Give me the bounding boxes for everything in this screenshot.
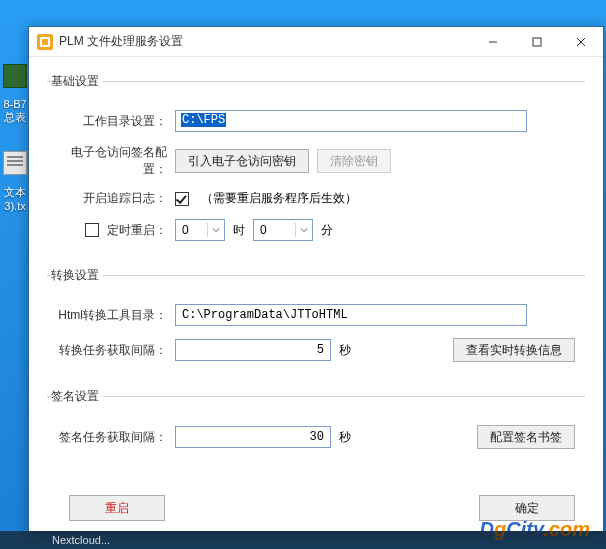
chevron-down-icon	[207, 223, 220, 237]
group-sign-legend: 签名设置	[51, 388, 103, 405]
app-icon	[37, 34, 53, 50]
close-button[interactable]	[559, 27, 603, 56]
label-text: 总表	[4, 111, 26, 123]
restart-button[interactable]: 重启	[69, 495, 165, 521]
taskbar[interactable]: Nextcloud...	[0, 531, 606, 549]
restart-minute-value: 0	[260, 223, 267, 237]
minimize-button[interactable]	[471, 27, 515, 56]
label-text: 文本	[4, 186, 26, 198]
import-key-button[interactable]: 引入电子仓访问密钥	[175, 149, 309, 173]
group-sign: 签名设置 签名任务获取间隔 秒 配置签名书签	[47, 388, 585, 467]
svg-rect-1	[533, 38, 541, 46]
sign-interval-input[interactable]	[175, 426, 331, 448]
maximize-button[interactable]	[515, 27, 559, 56]
tooldir-label: Html转换工具目录	[57, 307, 175, 324]
group-basic-legend: 基础设置	[51, 73, 103, 90]
desktop-file-icon[interactable]	[0, 60, 30, 94]
config-bookmark-button[interactable]: 配置签名书签	[477, 425, 575, 449]
titlebar[interactable]: PLM 文件处理服务设置	[29, 27, 603, 57]
trace-checkbox[interactable]	[175, 192, 189, 206]
restart-label: 定时重启	[107, 222, 167, 239]
group-convert: 转换设置 Html转换工具目录 转换任务获取间隔 秒 查看实时转换信息	[47, 267, 585, 380]
group-basic: 基础设置 工作目录设置 C:\FPS 电子仓访问签名配置 引入电子仓访问密钥 清…	[47, 73, 585, 259]
window-title: PLM 文件处理服务设置	[59, 33, 471, 50]
excel-icon	[3, 64, 27, 88]
text-file-icon	[3, 151, 27, 175]
restart-minute-select[interactable]: 0	[253, 219, 313, 241]
footer: 重启 确定	[29, 495, 603, 525]
desktop-icons: 8-B7 总表 文本 3).tx	[0, 60, 30, 216]
chevron-down-icon	[295, 223, 308, 237]
minute-unit: 分	[321, 222, 333, 239]
signcfg-label: 电子仓访问签名配置	[57, 144, 175, 178]
client-area: 基础设置 工作目录设置 C:\FPS 电子仓访问签名配置 引入电子仓访问密钥 清…	[29, 57, 603, 531]
convert-interval-input[interactable]	[175, 339, 331, 361]
group-convert-legend: 转换设置	[51, 267, 103, 284]
convert-interval-unit: 秒	[339, 342, 351, 359]
workdir-input-wrap: C:\FPS	[175, 110, 527, 132]
clear-key-button: 清除密钥	[317, 149, 391, 173]
sign-interval-unit: 秒	[339, 429, 351, 446]
desktop-file-label[interactable]: 8-B7 总表	[0, 94, 30, 129]
hour-unit: 时	[233, 222, 245, 239]
taskbar-item[interactable]: Nextcloud...	[52, 534, 110, 546]
label-text: 3).tx	[4, 200, 25, 212]
restart-hour-select[interactable]: 0	[175, 219, 225, 241]
ok-button[interactable]: 确定	[479, 495, 575, 521]
restart-checkbox[interactable]	[85, 223, 99, 237]
convert-interval-label: 转换任务获取间隔	[57, 342, 175, 359]
restart-label-wrap: 定时重启	[57, 222, 175, 239]
trace-hint: （需要重启服务程序后生效）	[201, 190, 357, 207]
workdir-input[interactable]	[175, 110, 527, 132]
sign-interval-label: 签名任务获取间隔	[57, 429, 175, 446]
view-realtime-button[interactable]: 查看实时转换信息	[453, 338, 575, 362]
tooldir-input[interactable]	[175, 304, 527, 326]
desktop-file-icon[interactable]	[0, 147, 30, 181]
label-text: 8-B7	[3, 98, 26, 110]
workdir-label: 工作目录设置	[57, 113, 175, 130]
desktop-file-label[interactable]: 文本 3).tx	[0, 181, 30, 216]
workdir-selection: C:\FPS	[181, 113, 226, 127]
restart-hour-value: 0	[182, 223, 189, 237]
trace-label: 开启追踪日志	[57, 190, 175, 207]
settings-window: PLM 文件处理服务设置 基础设置 工作目录设置 C:\FPS	[28, 26, 604, 532]
